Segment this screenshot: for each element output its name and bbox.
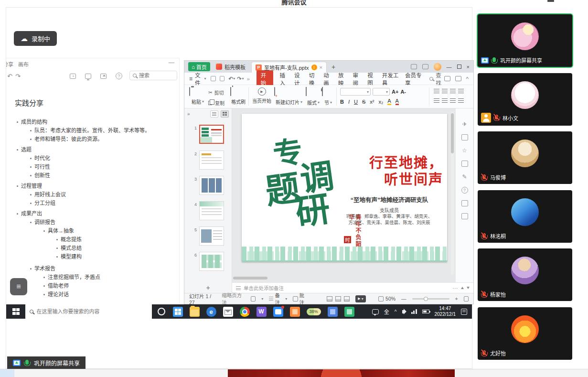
current-slide[interactable]: 专 调 题 研 青年不负韶华 时 行至地摊， 听世间声 “至地有声”地摊经济调研… [242,114,447,262]
outline-item[interactable]: 老师和辅导员：彼此的资源。 [6,136,177,142]
superscript-button[interactable]: x² [370,99,374,105]
ribbon-tab-transition[interactable]: 切换 [309,71,318,86]
export-icon[interactable] [100,74,107,79]
outline-item[interactable]: 注意挖掘细节，矛盾点 [6,274,177,280]
edit-pencil-icon[interactable]: ✎ [462,173,467,180]
notes-tool-icon[interactable] [461,134,468,140]
slide-thumbnail[interactable] [199,201,224,220]
battery-icon[interactable] [422,310,429,313]
participant-tile[interactable]: 杨家怡 [478,248,572,301]
outline-item[interactable]: 模型建构 [6,254,177,260]
normal-view-icon[interactable] [327,296,332,302]
window-control-minimize[interactable] [547,0,554,2]
help-icon[interactable]: ? [116,73,122,79]
theme-icon[interactable] [251,296,256,302]
clipboard-tool-icon[interactable] [461,213,468,219]
notes-placeholder[interactable]: 单击此处添加备注 [244,284,284,291]
participant-tile[interactable]: 巩开颜的屏幕共享 [478,14,572,67]
recording-badge[interactable]: ☁ 录制中 [14,31,57,46]
underline-button[interactable]: U [354,99,358,105]
ruler-tool-icon[interactable] [461,200,468,206]
doc-title[interactable]: 实践分享 [15,97,43,108]
file-menu[interactable]: 文件 [195,71,204,86]
app-icon-green[interactable] [344,307,354,317]
undo-icon[interactable]: ↶ [7,73,12,80]
workspace-grid-icon[interactable] [422,64,428,69]
app-icon-blue[interactable] [328,307,338,317]
comment-tool-icon[interactable] [461,161,468,167]
undo-icon[interactable]: ↶ [228,75,233,82]
slideshow-play-button[interactable]: ▶▾ [355,295,366,302]
window-minimize-icon[interactable]: — [447,64,452,70]
copy-button[interactable]: 复制 [208,99,225,107]
participant-tile[interactable]: 林洺桐 [478,190,572,243]
slide-thumbnail[interactable] [199,226,224,246]
comments-toggle[interactable]: 批注 [293,291,308,306]
slide-thumb-row[interactable]: 6 [184,252,232,271]
bullet-list-icon[interactable] [434,89,439,93]
volume-icon[interactable] [402,310,404,313]
redo-icon[interactable]: ↷ [237,75,242,82]
doc-tab-share[interactable]: 分享 [6,60,13,68]
layout-button[interactable]: 版式▾ [306,87,321,106]
account-avatar[interactable] [434,63,441,71]
slide-thumbnail[interactable] [199,151,224,170]
paste-button[interactable]: 粘贴▾ [189,87,206,105]
share-icon[interactable] [455,76,461,81]
slide-sorter-icon[interactable] [335,296,341,302]
outline-item[interactable]: 具体→抽象 [6,228,177,234]
doc-tab-canvas[interactable]: 画布 [18,60,29,68]
ribbon-tab-devtools[interactable]: 开发工具 [382,71,399,86]
ribbon-tab-design[interactable]: 设计 [294,71,303,86]
slide-thumb-row[interactable]: 3 [184,176,232,195]
align-justify-icon[interactable] [458,98,464,103]
mail-icon[interactable] [223,307,233,317]
indent-decrease-icon[interactable] [450,89,456,93]
expand-panel-icon[interactable]: » [187,111,190,117]
help-icon[interactable]: ? [461,187,468,194]
horizontal-scrollbar[interactable] [233,277,267,280]
share-plane-icon[interactable]: ✈ [462,121,467,128]
zoom-level[interactable]: 50% [378,296,396,302]
doc-search-input[interactable] [139,73,168,78]
participant-tile[interactable]: 尤好怡 [478,307,572,360]
present-icon[interactable] [85,74,91,79]
taskbar-search-box[interactable] [25,304,152,319]
bold-button[interactable]: B [340,99,344,105]
fit-slide-icon[interactable] [464,296,469,302]
collapse-ribbon-icon[interactable]: ^ [466,76,469,82]
subscript-button[interactable]: x₂ [378,99,383,105]
clock[interactable]: 14:47 2022/12/1 [435,306,456,317]
outline-item[interactable]: 过程管理 [6,183,177,189]
slide-thumb-row[interactable]: 2 [184,151,232,170]
strikethrough-button[interactable]: S [362,99,365,105]
ribbon-tab-view[interactable]: 视图 [367,71,376,86]
ribbon-tab-review[interactable]: 审阅 [353,71,362,86]
page-up-icon[interactable] [461,287,464,289]
highlight-color-button[interactable]: A [387,98,391,105]
app-icon-orange[interactable] [290,307,300,317]
thumbnail-view-toggle[interactable] [221,110,229,118]
align-center-icon[interactable] [442,98,448,103]
outline-item[interactable]: 队员：考虑大家的擅长。宣传、外联、学术等等。 [6,128,177,134]
outline-item[interactable]: 成员的结构 [6,119,177,125]
doc-search-box[interactable] [129,71,177,80]
outline-item[interactable]: 学术报告 [6,266,177,272]
hamburger-icon[interactable]: ≡ [189,75,192,82]
outline-item[interactable]: 创新性 [6,172,177,179]
battery-percent-badge[interactable]: 38% [307,308,321,315]
font-bigger-button[interactable]: A+ [392,89,398,95]
redo-icon[interactable]: ↷ [15,73,21,80]
insert-node-icon[interactable] [70,74,76,79]
outline-item[interactable]: 时代化 [6,155,177,162]
chrome-icon[interactable] [240,307,250,317]
outline-item[interactable]: 用好线上会议 [6,192,177,198]
wps-home-tab[interactable]: ⌂ 首页 [188,62,210,71]
wps-docer-tab[interactable]: 稻壳模板 [214,62,247,71]
slide-canvas[interactable]: 专 调 题 研 青年不负韶华 时 行至地摊， 听世间声 “至地有声”地摊经济调研… [232,108,455,282]
participant-tile[interactable]: 林小文 [478,73,572,126]
font-size-select[interactable]: ▾ [373,88,390,96]
outline-item[interactable]: 可行性 [6,164,177,170]
outline-view-toggle[interactable] [210,110,218,118]
align-right-icon[interactable] [450,98,456,103]
